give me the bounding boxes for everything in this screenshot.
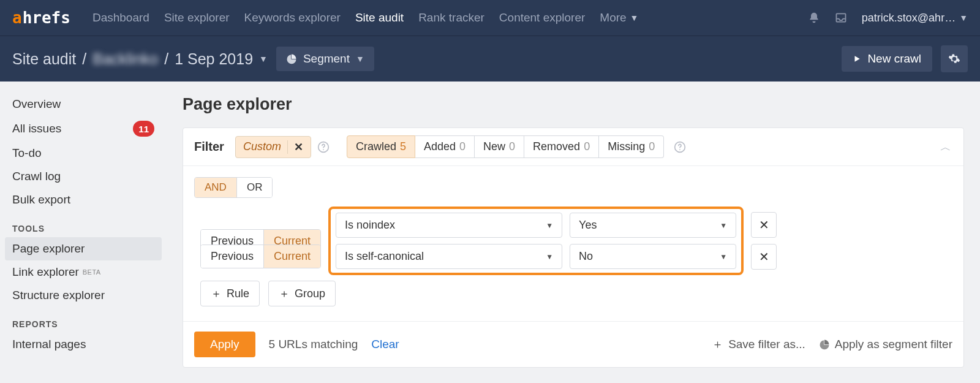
new-crawl-button[interactable]: New crawl — [842, 46, 932, 72]
filter-builder: AND OR Previous Current Is noindex▼ Yes▼ — [183, 166, 963, 322]
nav-site-audit[interactable]: Site audit — [355, 11, 404, 25]
pie-icon — [286, 53, 297, 64]
filter-row: Filter Custom ✕ Crawled5 Added0 New0 Rem… — [183, 128, 963, 166]
sidebar-item-structure-explorer[interactable]: Structure explorer — [0, 284, 167, 307]
svg-point-2 — [323, 149, 324, 150]
filter-heading: Filter — [194, 140, 224, 154]
sidebar-item-link-explorer[interactable]: Link explorer BETA — [0, 260, 167, 284]
nav-dashboard[interactable]: Dashboard — [92, 11, 149, 25]
chip-close-icon[interactable]: ✕ — [287, 140, 303, 154]
apply-button[interactable]: Apply — [194, 332, 255, 357]
sidebar-item-overview[interactable]: Overview — [0, 93, 167, 116]
logic-or[interactable]: OR — [236, 178, 273, 197]
rule-field-dropdown[interactable]: Is noindex▼ — [336, 213, 562, 238]
add-rule-button[interactable]: ＋Rule — [200, 281, 260, 306]
play-icon — [853, 55, 861, 63]
logo-a: a — [12, 9, 22, 27]
content: Page explorer Filter Custom ✕ Crawled5 A… — [167, 82, 980, 381]
crumb-date[interactable]: 1 Sep 2019 — [175, 50, 253, 68]
rule-field-dropdown[interactable]: Is self-canonical▼ — [336, 244, 562, 269]
sidebar-item-page-explorer[interactable]: Page explorer — [5, 237, 162, 260]
nav-content-explorer[interactable]: Content explorer — [499, 11, 585, 25]
chevron-down-icon: ▼ — [720, 252, 727, 261]
save-filter-button[interactable]: ＋Save filter as... — [712, 336, 805, 352]
collapse-icon[interactable]: ︿ — [940, 140, 951, 154]
highlight-annotation: Is noindex▼ Yes▼ Is self-canonical▼ No▼ — [328, 207, 744, 275]
help-icon[interactable] — [317, 141, 330, 153]
add-group-button[interactable]: ＋Group — [268, 281, 336, 306]
remove-rule-button[interactable]: ✕ — [751, 244, 777, 270]
user-label: patrick.stox@ahr… — [862, 12, 956, 25]
bell-icon[interactable] — [808, 12, 820, 24]
segment-removed[interactable]: Removed0 — [524, 135, 599, 158]
segment-new[interactable]: New0 — [475, 135, 524, 158]
logic-and[interactable]: AND — [195, 178, 236, 197]
sidebar-item-todo[interactable]: To-do — [0, 142, 167, 165]
nav-site-explorer[interactable]: Site explorer — [164, 11, 230, 25]
rule-value-dropdown[interactable]: Yes▼ — [570, 213, 736, 238]
gear-icon — [948, 53, 960, 65]
pie-icon — [819, 339, 830, 350]
prev-cur-toggle: Previous Current — [200, 245, 321, 268]
filter-chip-custom: Custom ✕ — [235, 136, 311, 158]
inbox-icon[interactable] — [835, 12, 847, 24]
previous-button[interactable]: Previous — [201, 245, 263, 268]
crumb-project[interactable]: Backlinko — [92, 50, 158, 68]
segment-button[interactable]: Segment ▼ — [276, 47, 374, 71]
segment-added[interactable]: Added0 — [415, 135, 475, 158]
sidebar-section-reports: REPORTS — [0, 307, 167, 333]
chevron-down-icon: ▼ — [546, 252, 553, 261]
logic-toggle: AND OR — [194, 177, 273, 198]
user-menu[interactable]: patrick.stox@ahr… ▼ — [862, 12, 968, 25]
add-row: ＋Rule ＋Group — [194, 281, 952, 306]
top-nav: ahrefs Dashboard Site explorer Keywords … — [0, 0, 980, 36]
logo-rest: hrefs — [23, 9, 70, 27]
matching-text: 5 URLs matching — [269, 338, 358, 351]
nav-keywords-explorer[interactable]: Keywords explorer — [244, 11, 341, 25]
sidebar-item-all-issues[interactable]: All issues 11 — [0, 116, 167, 142]
current-button[interactable]: Current — [263, 245, 320, 268]
segment-missing[interactable]: Missing0 — [599, 135, 664, 158]
chevron-down-icon[interactable]: ▼ — [259, 54, 268, 64]
chevron-down-icon: ▼ — [959, 13, 968, 23]
issues-badge: 11 — [133, 121, 154, 137]
chip-label: Custom — [243, 140, 281, 153]
segment-tabs: Crawled5 Added0 New0 Removed0 Missing0 — [347, 135, 664, 158]
nav-rank-tracker[interactable]: Rank tracker — [418, 11, 484, 25]
remove-rule-button[interactable]: ✕ — [751, 212, 777, 238]
svg-point-4 — [679, 149, 680, 150]
filter-footer: Apply 5 URLs matching Clear ＋Save filter… — [183, 322, 963, 367]
help-icon[interactable] — [674, 141, 686, 153]
beta-tag: BETA — [83, 268, 101, 276]
filter-panel: Filter Custom ✕ Crawled5 Added0 New0 Rem… — [183, 127, 964, 368]
breadcrumb: Site audit / Backlinko / 1 Sep 2019 ▼ — [12, 50, 268, 68]
plus-icon: ＋ — [211, 286, 222, 301]
plus-icon: ＋ — [279, 286, 290, 301]
segment-crawled[interactable]: Crawled5 — [347, 135, 415, 158]
chevron-down-icon: ▼ — [356, 54, 364, 64]
logo[interactable]: ahrefs — [12, 9, 70, 27]
segment-label: Segment — [303, 52, 350, 66]
sidebar: Overview All issues 11 To-do Crawl log B… — [0, 82, 167, 381]
nav-more-label: More — [600, 11, 626, 25]
chevron-down-icon: ▼ — [546, 221, 553, 230]
sidebar-section-tools: TOOLS — [0, 211, 167, 237]
apply-segment-button[interactable]: Apply as segment filter — [819, 338, 952, 351]
nav-more[interactable]: More ▼ — [600, 11, 638, 25]
rule-value-dropdown[interactable]: No▼ — [570, 244, 736, 269]
sidebar-item-crawl-log[interactable]: Crawl log — [0, 165, 167, 188]
chevron-down-icon: ▼ — [630, 13, 639, 23]
sidebar-item-bulk-export[interactable]: Bulk export — [0, 188, 167, 211]
clear-link[interactable]: Clear — [371, 338, 399, 351]
settings-button[interactable] — [941, 45, 968, 72]
chevron-down-icon: ▼ — [720, 221, 727, 230]
plus-icon: ＋ — [712, 336, 723, 352]
crumb-root[interactable]: Site audit — [12, 50, 76, 68]
new-crawl-label: New crawl — [867, 52, 921, 66]
sidebar-item-internal-pages[interactable]: Internal pages — [0, 333, 167, 356]
secondary-bar: Site audit / Backlinko / 1 Sep 2019 ▼ Se… — [0, 36, 980, 82]
page-title: Page explorer — [183, 95, 964, 114]
